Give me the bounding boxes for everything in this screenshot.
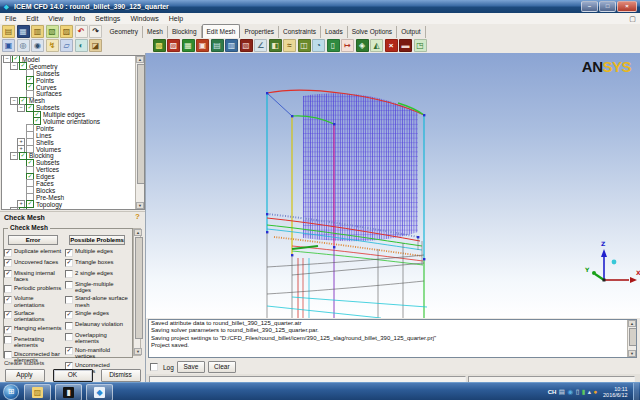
- tree-expander-icon[interactable]: −: [10, 152, 18, 160]
- checkbox-icon[interactable]: [65, 333, 73, 341]
- log-scrollbar[interactable]: ▲ ▼: [627, 320, 636, 357]
- minimize-button[interactable]: –: [581, 1, 598, 12]
- menu-view[interactable]: View: [43, 13, 68, 24]
- checkmesh-option-uncovered-faces[interactable]: ✓Uncovered faces: [4, 259, 62, 268]
- tree-expander-icon[interactable]: +: [10, 207, 18, 209]
- global-axis-icon[interactable]: ◐: [75, 39, 88, 52]
- tree-checkbox[interactable]: ✓: [19, 207, 27, 209]
- tree-item-edges[interactable]: ✓Edges: [2, 173, 136, 180]
- tree-item-geometry[interactable]: −✓Geometry: [2, 63, 136, 70]
- menu-info[interactable]: Info: [68, 13, 90, 24]
- renumber-mesh-icon[interactable]: ▯: [327, 39, 340, 52]
- open-mesh-icon[interactable]: ▧: [46, 25, 59, 38]
- checkbox-icon[interactable]: ✓: [4, 296, 12, 304]
- tree-item-subsets[interactable]: Subsets: [2, 70, 136, 77]
- measure-distance-icon[interactable]: ↯: [46, 39, 59, 52]
- undo-icon[interactable]: ↶: [75, 25, 88, 38]
- column-header-possible-problems[interactable]: Possible Problems: [69, 235, 125, 245]
- checkmesh-option-2-single-edges[interactable]: 2 single edges: [65, 270, 129, 279]
- ime-tray-icon[interactable]: ▤: [559, 388, 565, 396]
- battery-tray-icon[interactable]: ▮: [582, 388, 586, 396]
- save-log-button[interactable]: Save: [177, 361, 205, 373]
- log-checkbox[interactable]: [150, 363, 158, 371]
- taskbar-explorer[interactable]: ▨: [24, 384, 51, 400]
- tab-geometry[interactable]: Geometry: [106, 26, 144, 38]
- checkbox-icon[interactable]: [65, 270, 73, 278]
- tree-item-points[interactable]: ✓Points: [2, 77, 136, 84]
- tree-item-blocking[interactable]: −✓Blocking: [2, 152, 136, 159]
- checkmesh-option-penetrating-elements[interactable]: Penetrating elements: [4, 336, 62, 348]
- tree-item-subsets[interactable]: ✓Subsets: [2, 159, 136, 166]
- app-tray-icon[interactable]: ◉: [568, 388, 574, 396]
- remesh-elements-icon[interactable]: ∠: [254, 39, 267, 52]
- checkmesh-option-volume-orientations[interactable]: ✓Volume orientations: [4, 295, 62, 307]
- checkmesh-option-delaunay-violation[interactable]: Delaunay violation: [65, 321, 129, 330]
- zoom-select-icon[interactable]: ◉: [31, 39, 44, 52]
- scroll-down-icon[interactable]: ▼: [136, 202, 144, 209]
- menu-file[interactable]: File: [0, 13, 21, 24]
- tree-expander-icon[interactable]: −: [17, 104, 25, 112]
- show-desktop-button[interactable]: [633, 383, 639, 400]
- checkmesh-option-surface-orientations[interactable]: ✓Surface orientations: [4, 310, 62, 322]
- taskbar-terminal[interactable]: ▮: [55, 384, 82, 400]
- scroll-up-icon[interactable]: ▲: [134, 229, 142, 236]
- menu-help[interactable]: Help: [164, 13, 188, 24]
- tree-item-vertices[interactable]: Vertices: [2, 166, 136, 173]
- checkbox-icon[interactable]: ✓: [4, 311, 12, 319]
- tree-item-blocks[interactable]: Blocks: [2, 187, 136, 194]
- tree-item-subsets[interactable]: −✓Subsets: [2, 104, 136, 111]
- taskbar-clock[interactable]: 10:11 2016/6/12: [603, 386, 627, 399]
- smooth-hexa-icon[interactable]: ▥: [225, 39, 238, 52]
- checkmesh-option-multiple-edges[interactable]: ✓Multiple edges: [65, 248, 129, 257]
- scrollbar-thumb[interactable]: [135, 237, 143, 339]
- screen-layout-icon[interactable]: ▱: [60, 39, 73, 52]
- edit-node-icon[interactable]: ◭: [370, 39, 383, 52]
- scroll-down-icon[interactable]: ▼: [134, 348, 142, 355]
- selection-box-icon[interactable]: ◪: [89, 39, 102, 52]
- extrude-mesh-icon[interactable]: ▨: [167, 39, 180, 52]
- mesh-info-icon[interactable]: ◳: [414, 39, 427, 52]
- smooth-mesh-icon[interactable]: ▤: [211, 39, 224, 52]
- save-project-icon[interactable]: ▦: [17, 25, 30, 38]
- checkmesh-option-stand-alone-surface-mesh[interactable]: Stand-alone surface mesh: [65, 295, 129, 307]
- apply-button[interactable]: Apply: [5, 369, 45, 382]
- tab-mesh[interactable]: Mesh: [143, 26, 168, 38]
- open-project-icon[interactable]: ▤: [2, 25, 15, 38]
- checkmesh-option-missing-internal-faces[interactable]: ✓Missing internal faces: [4, 270, 62, 282]
- checkmesh-option-triangle-boxes[interactable]: ✓Triangle boxes: [65, 259, 129, 268]
- delete-elements-icon[interactable]: ×: [385, 39, 398, 52]
- language-indicator[interactable]: CH: [548, 389, 557, 395]
- clear-log-button[interactable]: Clear: [208, 361, 236, 373]
- checkbox-icon[interactable]: ✓: [65, 311, 73, 319]
- tab-constraints[interactable]: Constraints: [279, 26, 321, 38]
- open-geometry-icon[interactable]: ▥: [31, 25, 44, 38]
- tree-item-multiple-edges[interactable]: ✓Multiple edges: [2, 111, 136, 118]
- redo-icon[interactable]: ↷: [89, 25, 102, 38]
- maximize-button[interactable]: □: [599, 1, 616, 12]
- checkmesh-option-duplicate-element[interactable]: ✓Duplicate element: [4, 248, 62, 257]
- dismiss-button[interactable]: Dismiss: [101, 369, 141, 382]
- checkmesh-option-hanging-elements[interactable]: ✓Hanging elements: [4, 325, 62, 334]
- checkbox-icon[interactable]: [65, 296, 73, 304]
- checkbox-icon[interactable]: [65, 322, 73, 330]
- scroll-up-icon[interactable]: ▲: [628, 320, 636, 327]
- transform-mesh-icon[interactable]: ◫: [298, 39, 311, 52]
- checkbox-icon[interactable]: [4, 336, 12, 344]
- display-quality-icon[interactable]: ▣: [196, 39, 209, 52]
- start-button[interactable]: ⊞: [3, 384, 19, 400]
- merge-nodes-icon[interactable]: ◧: [269, 39, 282, 52]
- checkmesh-option-single-edges[interactable]: ✓Single edges: [65, 310, 129, 319]
- column-header-error[interactable]: Error: [8, 235, 58, 245]
- workspace-corner-icon[interactable]: ▢: [628, 14, 637, 23]
- display-tray-icon[interactable]: ▯: [576, 388, 580, 396]
- scrollbar-thumb[interactable]: [629, 328, 637, 346]
- tab-output[interactable]: Output: [397, 26, 426, 38]
- fit-window-icon[interactable]: ▣: [2, 39, 15, 52]
- checkbox-icon[interactable]: [4, 351, 12, 359]
- split-mesh-edge-icon[interactable]: ◈: [356, 39, 369, 52]
- checkbox-icon[interactable]: ✓: [65, 249, 73, 257]
- tree-item-points[interactable]: Points: [2, 125, 136, 132]
- check-mesh-icon[interactable]: ▦: [182, 39, 195, 52]
- checkbox-icon[interactable]: ✓: [4, 270, 12, 278]
- scroll-down-icon[interactable]: ▼: [628, 350, 636, 357]
